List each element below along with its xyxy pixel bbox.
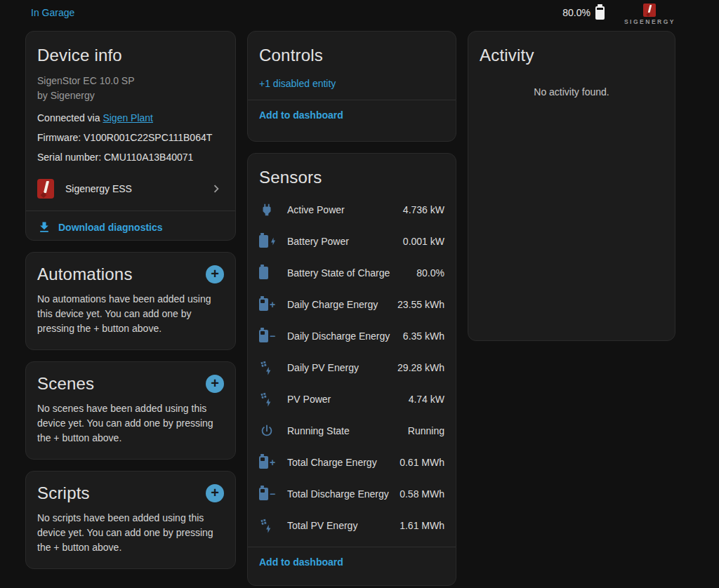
download-icon xyxy=(37,220,51,234)
sensor-row[interactable]: Battery State of Charge 80.0% xyxy=(248,257,456,288)
download-diagnostics-label: Download diagnostics xyxy=(58,222,163,233)
sensor-value: 23.55 kWh xyxy=(397,299,444,310)
scenes-card: Scenes No scenes have been added using t… xyxy=(25,361,236,460)
sensor-label: Active Power xyxy=(287,204,345,215)
connected-via-line: Connected via Sigen Plant xyxy=(37,111,224,126)
activity-empty-text: No activity found. xyxy=(480,86,664,98)
device-info-actions: Download diagnostics xyxy=(26,211,235,241)
sensor-label: Total Charge Energy xyxy=(287,457,377,468)
sensor-label: Total Discharge Energy xyxy=(287,488,389,500)
sensor-row[interactable]: Active Power 4.736 kW xyxy=(248,194,456,225)
controls-card: Controls +1 disabled entity Add to dashb… xyxy=(247,31,456,142)
sensor-label: Daily Discharge Energy xyxy=(287,330,390,342)
sensor-row[interactable]: PV Power 4.74 kW xyxy=(248,383,456,415)
automations-card: Automations No automations have been add… xyxy=(25,252,236,350)
sensor-row[interactable]: + Daily Charge Energy 23.55 kWh xyxy=(248,288,456,320)
sensor-label: PV Power xyxy=(287,394,331,405)
sensor-value: 4.736 kW xyxy=(403,204,444,215)
sensor-label: Running State xyxy=(287,425,350,436)
activity-title: Activity xyxy=(480,46,664,65)
connected-via-link[interactable]: Sigen Plant xyxy=(103,112,153,123)
disabled-entities-link[interactable]: +1 disabled entity xyxy=(248,65,456,100)
solar-power-icon xyxy=(259,518,287,533)
brand-name: SIGENERGY xyxy=(624,18,675,25)
battery-icon xyxy=(595,6,605,20)
integration-name: Sigenergy ESS xyxy=(65,183,132,194)
power-plug-icon xyxy=(259,202,287,218)
connected-via-label: Connected via xyxy=(37,112,103,123)
device-manufacturer: by Sigenergy xyxy=(37,88,224,103)
left-column: Device info SigenStor EC 10.0 SP by Sige… xyxy=(25,31,236,586)
sensors-card: Sensors Active Power 4.736 kW Battery Po… xyxy=(247,153,456,586)
device-info-title: Device info xyxy=(37,46,224,65)
sensors-add-to-dashboard-button[interactable]: Add to dashboard xyxy=(259,556,343,568)
middle-column: Controls +1 disabled entity Add to dashb… xyxy=(247,31,456,586)
sensor-label: Battery Power xyxy=(287,236,349,247)
battery-icon xyxy=(259,267,287,279)
sensor-value: 6.35 kWh xyxy=(403,330,444,342)
firmware-line: Firmware: V100R001C22SPC111B064T xyxy=(37,131,224,145)
breadcrumb-back-link[interactable]: In Garage xyxy=(31,7,74,18)
right-column: Activity No activity found. xyxy=(468,31,675,586)
automations-empty-text: No automations have been added using thi… xyxy=(37,292,224,336)
automations-title: Automations xyxy=(37,265,133,284)
header-battery-status: 80.0% xyxy=(562,6,605,20)
brand-logo: SIGENERGY xyxy=(624,4,675,25)
top-bar: In Garage 80.0% SIGENERGY xyxy=(0,0,719,25)
sigenergy-logo-icon xyxy=(37,179,54,199)
activity-card: Activity No activity found. xyxy=(468,31,675,341)
sensor-value: 4.74 kW xyxy=(409,394,444,405)
sensor-list: Active Power 4.736 kW Battery Power 0.00… xyxy=(248,194,456,541)
battery-plus-icon: + xyxy=(259,456,287,469)
sensor-value: 1.61 MWh xyxy=(400,520,444,531)
sensor-label: Total PV Energy xyxy=(287,520,357,531)
sensor-value: 0.001 kW xyxy=(403,236,444,247)
sensor-value: 0.61 MWh xyxy=(400,457,444,468)
device-info-card: Device info SigenStor EC 10.0 SP by Sige… xyxy=(25,31,236,241)
controls-title: Controls xyxy=(248,46,456,65)
battery-minus-icon: − xyxy=(259,488,287,500)
integration-row[interactable]: Sigenergy ESS xyxy=(37,173,224,204)
chevron-right-icon xyxy=(209,181,224,196)
scenes-title: Scenes xyxy=(37,374,94,394)
serial-line: Serial number: CMU110A13B40071 xyxy=(37,150,224,165)
battery-charging-icon xyxy=(259,235,287,248)
scripts-card: Scripts No scripts have been added using… xyxy=(25,471,236,569)
sensor-row[interactable]: Total PV Energy 1.61 MWh xyxy=(248,509,456,541)
sensor-value: 80.0% xyxy=(416,267,444,279)
battery-plus-icon: + xyxy=(259,298,287,311)
sensor-value: 0.58 MWh xyxy=(400,488,444,500)
main-content: Device info SigenStor EC 10.0 SP by Sige… xyxy=(25,31,719,586)
solar-power-icon xyxy=(259,360,287,375)
add-scene-button[interactable] xyxy=(206,375,224,393)
scenes-empty-text: No scenes have been added using this dev… xyxy=(37,401,224,446)
power-icon xyxy=(259,423,287,439)
scripts-empty-text: No scripts have been added using this de… xyxy=(37,511,224,555)
solar-power-icon xyxy=(259,392,287,407)
controls-actions: Add to dashboard xyxy=(248,100,456,130)
sensor-row[interactable]: + Total Charge Energy 0.61 MWh xyxy=(248,446,456,478)
sensors-actions: Add to dashboard xyxy=(248,547,456,577)
sensor-value: 29.28 kWh xyxy=(397,362,444,373)
header-battery-value: 80.0% xyxy=(562,7,591,18)
download-diagnostics-button[interactable]: Download diagnostics xyxy=(37,220,163,234)
sensor-row[interactable]: Daily PV Energy 29.28 kWh xyxy=(248,352,456,383)
sensor-label: Battery State of Charge xyxy=(287,267,390,279)
sensor-row[interactable]: Running State Running xyxy=(248,415,456,446)
battery-minus-icon: − xyxy=(259,330,287,342)
device-model: SigenStor EC 10.0 SP xyxy=(37,74,224,88)
sensor-label: Daily Charge Energy xyxy=(287,299,378,310)
sensor-row[interactable]: − Total Discharge Energy 0.58 MWh xyxy=(248,478,456,509)
scripts-title: Scripts xyxy=(37,483,90,503)
add-script-button[interactable] xyxy=(206,484,224,502)
add-automation-button[interactable] xyxy=(206,265,224,283)
controls-add-to-dashboard-button[interactable]: Add to dashboard xyxy=(259,109,343,121)
sensor-row[interactable]: − Daily Discharge Energy 6.35 kWh xyxy=(248,320,456,352)
sensor-value: Running xyxy=(408,425,444,436)
sensors-title: Sensors xyxy=(248,168,456,187)
sensor-row[interactable]: Battery Power 0.001 kW xyxy=(248,225,456,257)
sigenergy-logo-icon xyxy=(643,4,656,17)
sensor-label: Daily PV Energy xyxy=(287,362,359,373)
